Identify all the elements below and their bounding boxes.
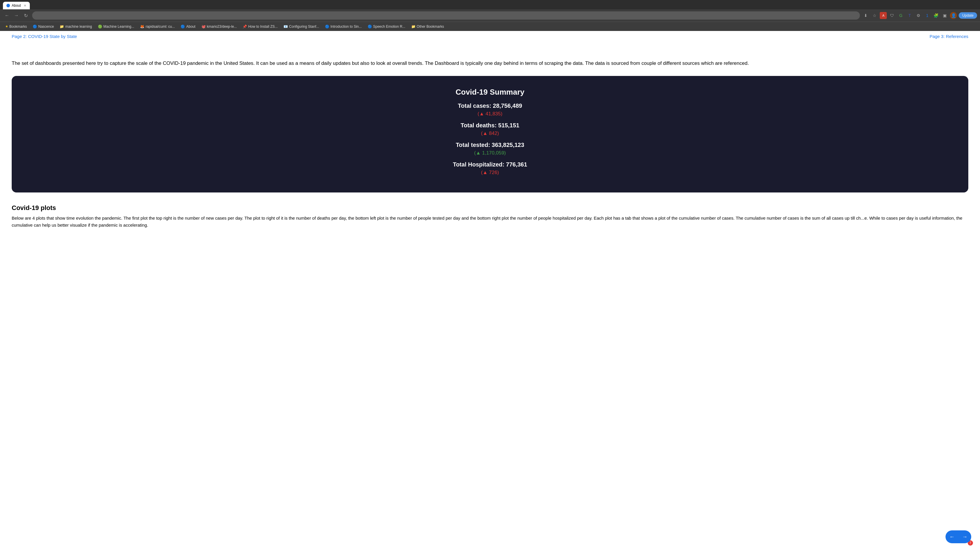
layout-icon[interactable]: ▣ [941,12,948,19]
update-button[interactable]: Update [959,12,977,19]
address-bar[interactable]: 127.0.0.1:8050 [32,11,860,19]
nav-arrows: ← → [945,530,971,543]
tab-favicon [6,4,10,7]
bookmark-machinelearning[interactable]: 📁 machine learning [57,24,94,29]
bookmark-speech[interactable]: 🔵 Speech Emotion R... [365,24,408,29]
url-input[interactable]: 127.0.0.1:8050 [36,13,856,18]
bookmark-about[interactable]: 🔵 About [178,24,197,29]
extension2-icon[interactable]: T [906,12,913,19]
bookmark-favicon: 📁 [60,25,64,29]
bookmark-favicon: 🐙 [201,25,206,29]
total-tested-label: Total tested: 363,825,123 [18,142,963,148]
total-deaths-label: Total deaths: 515,151 [18,122,963,129]
bookmark-favicon: 📌 [243,25,247,29]
profile-icon[interactable]: 👤 [950,12,957,19]
adblocker-icon[interactable]: A [880,12,887,19]
prev-arrow-button[interactable]: ← [945,530,958,543]
total-cases-delta: (▲ 41,835) [18,111,963,117]
nav-buttons: ← → ↻ [3,11,30,19]
bookmarks-text: Bookmarks [10,25,27,29]
total-tested-delta: (▲ 1,170,059) [18,150,963,156]
bookmark-stanford[interactable]: 📧 Configuring Stanf... [281,24,321,29]
total-hospitalized-label: Total Hospitalized: 776,361 [18,161,963,168]
bookmarks-label[interactable]: ★ Bookmarks [3,24,29,29]
tab-bar: About ✕ [0,0,980,10]
puzzle-icon[interactable]: 🧩 [932,12,939,19]
total-deaths-delta: (▲ 842) [18,130,963,136]
summary-card: Covid-19 Summary Total cases: 28,756,489… [12,76,968,192]
extension1-icon[interactable]: G [897,12,904,19]
plots-section: Covid-19 plots Below are 4 plots that sh… [12,204,968,229]
download-icon[interactable]: ⬇ [862,12,869,19]
plots-title: Covid-19 plots [12,204,968,212]
bookmark-nascence[interactable]: 🔵 Nascence [30,24,56,29]
bookmark-favicon: 🔵 [325,25,329,29]
bookmark-kmario[interactable]: 🐙 kmario23/deep-le... [199,24,239,29]
star-icon: ★ [5,25,8,29]
bookmark-ml2[interactable]: 🟢 Machine Learning... [95,24,137,29]
bookmark-favicon: 📧 [283,25,288,29]
bookmark-favicon: 🟢 [98,25,102,29]
total-cases-label: Total cases: 28,756,489 [18,103,963,109]
bookmark-rapids[interactable]: 🦊 rapidsai/cuml: cu... [138,24,177,29]
bookmark-favicon: 🔵 [368,25,372,29]
bookmark-favicon: 🔵 [33,25,37,29]
forward-button[interactable]: → [12,11,21,19]
toolbar-icons: ⬇ ☆ A 🛡 G T ⚙ 1 🧩 ▣ 👤 Update [862,12,977,19]
active-tab[interactable]: About ✕ [3,2,30,10]
bookmarks-bar: ★ Bookmarks 🔵 Nascence 📁 machine learnin… [0,22,980,31]
description-text: The set of dashboards presented here try… [12,59,968,67]
page-content: The set of dashboards presented here try… [0,42,980,550]
next-arrow-button[interactable]: → [958,530,971,543]
bookmark-folder-icon: 📁 [411,25,415,29]
reload-button[interactable]: ↻ [22,11,30,19]
total-hospitalized-delta: (▲ 726) [18,170,963,176]
tab-close-icon[interactable]: ✕ [24,4,26,8]
plots-description: Below are 4 plots that show time evoluti… [12,215,968,229]
bookmark-zsh[interactable]: 📌 How to Install ZS... [240,24,280,29]
vpn-icon[interactable]: 1 [924,12,931,19]
page-navigation: Page 2: COVID-19 State by State Page 3: … [0,31,980,42]
page2-link[interactable]: Page 2: COVID-19 State by State [12,34,77,39]
browser-toolbar: ← → ↻ 127.0.0.1:8050 ⬇ ☆ A 🛡 G T ⚙ 1 🧩 ▣… [0,10,980,22]
bookmark-favicon: 🦊 [140,25,145,29]
bookmark-favicon: 🔵 [181,25,185,29]
bookmark-intro-sin[interactable]: 🔵 Introduction to Sin... [323,24,364,29]
tab-label: About [12,3,21,8]
browser-chrome: About ✕ ← → ↻ 127.0.0.1:8050 ⬇ ☆ A 🛡 G T… [0,0,980,31]
page3-link[interactable]: Page 3: References [929,34,968,39]
shield-icon[interactable]: 🛡 [889,12,896,19]
extension3-icon[interactable]: ⚙ [915,12,922,19]
summary-title: Covid-19 Summary [18,87,963,97]
bookmark-other[interactable]: 📁 Other Bookmarks [409,24,446,29]
star-icon[interactable]: ☆ [871,12,878,19]
back-button[interactable]: ← [3,11,11,19]
